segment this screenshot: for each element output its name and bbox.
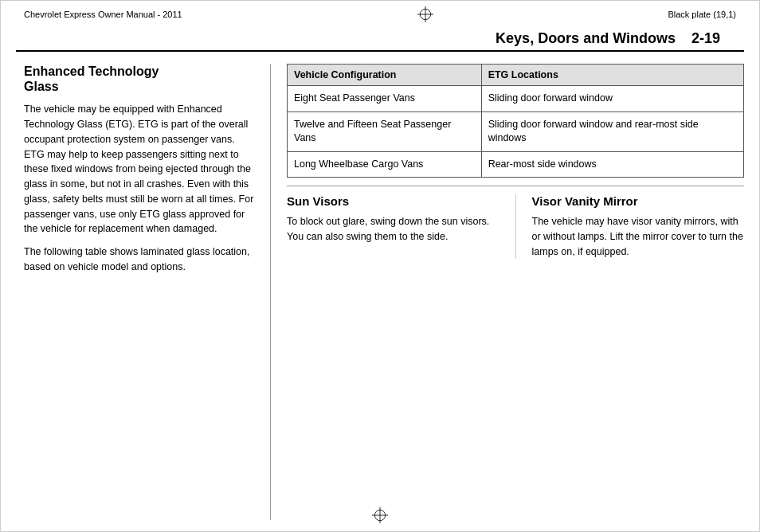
visor-vanity-section: Visor Vanity Mirror The vehicle may have… <box>516 194 745 259</box>
header-center <box>417 6 433 22</box>
page-header: Chevrolet Express Owner Manual - 2011 Bl… <box>0 0 760 27</box>
bottom-section: Sun Visors To block out glare, swing dow… <box>287 186 744 259</box>
table-header-config: Vehicle Configuration <box>288 65 482 86</box>
sun-visors-body: To block out glare, swing down the sun v… <box>287 214 499 244</box>
table-cell-location-3: Rear-most side windows <box>481 151 743 178</box>
right-side: Vehicle Configuration ETG Locations Eigh… <box>271 64 744 520</box>
page-title: Keys, Doors and Windows <box>496 30 676 47</box>
sun-visors-title: Sun Visors <box>287 194 499 208</box>
table-row: Long Wheelbase Cargo Vans Rear-most side… <box>288 151 744 178</box>
table-cell-location-2: Sliding door forward window and rear-mos… <box>481 111 743 151</box>
etg-section-body: The vehicle may be equipped with Enhance… <box>24 102 254 274</box>
visor-vanity-body: The vehicle may have visor vanity mirror… <box>532 214 745 259</box>
top-crosshair-icon <box>417 6 433 22</box>
table-cell-config-1: Eight Seat Passenger Vans <box>288 86 482 112</box>
bottom-crosshair-icon <box>372 507 388 523</box>
etg-paragraph-1: The vehicle may be equipped with Enhance… <box>24 102 254 237</box>
etg-section-title: Enhanced Technology Glass <box>24 64 254 94</box>
page-number: 2-19 <box>691 30 720 47</box>
header-right-text: Black plate (19,1) <box>668 10 736 19</box>
table-cell-config-2: Twelve and Fifteen Seat Passenger Vans <box>288 111 482 151</box>
etg-paragraph-2: The following table shows laminated glas… <box>24 244 254 275</box>
table-row: Twelve and Fifteen Seat Passenger Vans S… <box>288 111 744 151</box>
title-bar: Keys, Doors and Windows 2-19 <box>16 27 744 52</box>
visor-vanity-title: Visor Vanity Mirror <box>532 194 745 208</box>
header-left-text: Chevrolet Express Owner Manual - 2011 <box>24 10 182 19</box>
left-column: Enhanced Technology Glass The vehicle ma… <box>24 64 271 520</box>
table-header-etg: ETG Locations <box>481 65 743 86</box>
table-row: Eight Seat Passenger Vans Sliding door f… <box>288 86 744 112</box>
sun-visors-section: Sun Visors To block out glare, swing dow… <box>287 194 516 259</box>
table-cell-location-1: Sliding door forward window <box>481 86 743 112</box>
etg-table: Vehicle Configuration ETG Locations Eigh… <box>287 64 744 178</box>
page-container: Chevrolet Express Owner Manual - 2011 Bl… <box>0 0 760 532</box>
main-content: Enhanced Technology Glass The vehicle ma… <box>0 52 760 528</box>
bottom-crosshair <box>372 507 388 526</box>
table-cell-config-3: Long Wheelbase Cargo Vans <box>288 151 482 178</box>
